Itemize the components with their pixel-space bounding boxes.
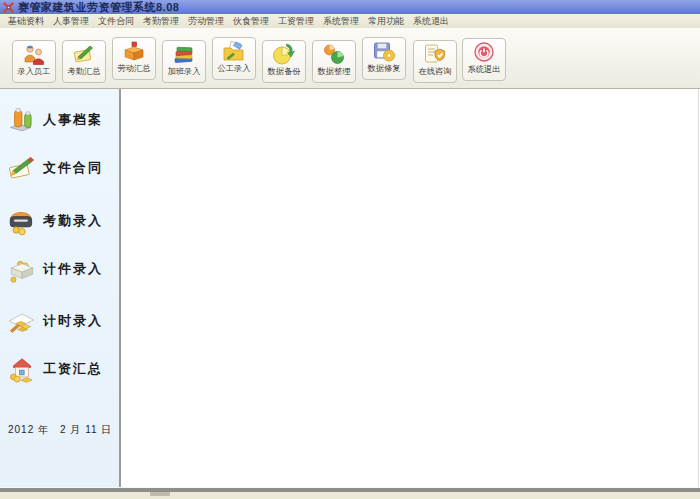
toolbar-button-label: 系统退出	[465, 64, 504, 73]
menu-item-exit[interactable]: 系统退出	[409, 15, 453, 28]
sidebar-item-piecework-entry[interactable]: 计件录入	[6, 251, 103, 287]
sidebar-item-label: 工资汇总	[43, 360, 103, 378]
data-repair-button[interactable]: 数据修复	[362, 37, 406, 80]
app-window: 赛管家建筑业劳资管理系统8.08 基础资料 人事管理 文件合同 考勤管理 劳动管…	[0, 0, 700, 499]
contract-pen-icon	[6, 152, 38, 184]
charts-icon	[321, 42, 347, 66]
data-backup-button[interactable]: 数据备份	[262, 40, 306, 83]
sheet-goldbars-icon	[6, 305, 38, 337]
red-seal-icon	[471, 40, 497, 64]
sidebar-item-label: 文件合同	[43, 159, 103, 177]
notepad-shield-icon	[422, 42, 448, 66]
orange-box-icon	[121, 39, 147, 63]
labor-summary-button[interactable]: 劳动汇总	[112, 37, 156, 80]
sidebar-item-label: 人事档案	[43, 111, 103, 129]
sidebar-item-time-entry[interactable]: 计时录入	[6, 303, 103, 339]
toolbar-button-label: 公工录入	[215, 63, 254, 72]
system-exit-button[interactable]: 系统退出	[462, 38, 506, 81]
sidebar-item-attendance-entry[interactable]: 考勤录入	[6, 203, 103, 239]
menubar: 基础资料 人事管理 文件合同 考勤管理 劳动管理 伙食管理 工资管理 系统管理 …	[0, 14, 700, 28]
menu-item-attendance[interactable]: 考勤管理	[139, 15, 183, 28]
pie-disk-arrow-icon	[271, 42, 297, 66]
online-consult-button[interactable]: 在线咨询	[413, 40, 457, 83]
window-title: 赛管家建筑业劳资管理系统8.08	[18, 0, 179, 14]
folder-pencil-icon	[221, 39, 247, 63]
box-coins-icon	[6, 253, 38, 285]
menu-item-file-contract[interactable]: 文件合同	[94, 15, 138, 28]
house-gold-icon	[6, 353, 38, 385]
toolbar-button-label: 在线咨询	[416, 66, 455, 75]
sidebar-item-file-contract[interactable]: 文件合同	[6, 150, 103, 186]
stacked-books-icon	[171, 42, 197, 66]
statusbar	[0, 492, 700, 499]
toolbar-button-label: 录入员工	[15, 66, 54, 75]
taskbar-fragment	[150, 492, 170, 496]
toolbar-button-label: 劳动汇总	[115, 63, 154, 72]
notepad-pen-icon	[71, 42, 97, 66]
menu-item-personnel[interactable]: 人事管理	[49, 15, 93, 28]
enter-employee-button[interactable]: 录入员工	[12, 40, 56, 83]
sidebar-item-personnel-archive[interactable]: 人事档案	[6, 102, 103, 138]
menu-item-basic-data[interactable]: 基础资料	[4, 15, 48, 28]
menu-item-meals[interactable]: 伙食管理	[229, 15, 273, 28]
sidebar: 人事档案 文件合同 考勤录入	[0, 89, 119, 487]
attendance-summary-button[interactable]: 考勤汇总	[62, 40, 106, 83]
main-content-area	[121, 89, 699, 487]
two-workers-icon	[21, 42, 47, 66]
menu-item-common[interactable]: 常用功能	[364, 15, 408, 28]
two-figures-icon	[6, 104, 38, 136]
punch-machine-icon	[6, 205, 38, 237]
data-organize-button[interactable]: 数据整理	[312, 40, 356, 83]
app-logo-icon	[3, 2, 14, 13]
public-work-entry-button[interactable]: 公工录入	[212, 37, 256, 80]
toolbar-button-label: 考勤汇总	[65, 66, 104, 75]
toolbar-button-label: 数据整理	[315, 66, 354, 75]
toolbar-button-label: 加班录入	[165, 66, 204, 75]
toolbar-button-label: 数据修复	[365, 63, 404, 72]
toolbar-button-label: 数据备份	[265, 66, 304, 75]
menu-item-wages[interactable]: 工资管理	[274, 15, 318, 28]
toolbar: 录入员工 考勤汇总 劳动汇总	[0, 28, 700, 89]
floppy-disk-icon	[371, 39, 397, 63]
overtime-entry-button[interactable]: 加班录入	[162, 40, 206, 83]
menu-item-system[interactable]: 系统管理	[319, 15, 363, 28]
sidebar-item-label: 考勤录入	[43, 212, 103, 230]
menu-item-labor[interactable]: 劳动管理	[184, 15, 228, 28]
titlebar: 赛管家建筑业劳资管理系统8.08	[0, 0, 700, 14]
sidebar-item-wage-summary[interactable]: 工资汇总	[6, 351, 103, 387]
sidebar-item-label: 计时录入	[43, 312, 103, 330]
current-date-label: 2012 年 2 月 11 日	[8, 423, 112, 437]
sidebar-item-label: 计件录入	[43, 260, 103, 278]
